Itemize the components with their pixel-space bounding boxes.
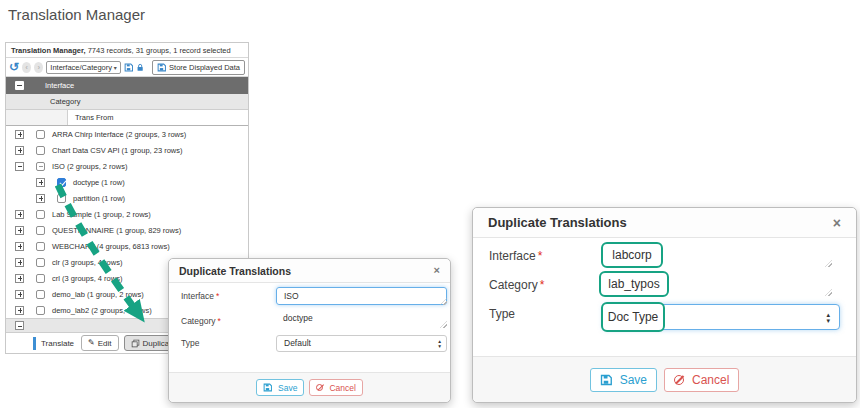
- row-checkbox[interactable]: [36, 306, 45, 315]
- type-select-value: Default: [284, 338, 311, 348]
- lock-icon[interactable]: [136, 62, 144, 73]
- row-checkbox[interactable]: [57, 194, 66, 203]
- collapse-icon[interactable]: [15, 321, 24, 330]
- category-field-highlight[interactable]: lab_typos: [599, 271, 669, 297]
- required-marker: *: [538, 249, 543, 263]
- close-icon[interactable]: ×: [833, 216, 841, 230]
- save-button[interactable]: Save: [590, 368, 657, 392]
- required-marker: *: [218, 316, 221, 326]
- type-select[interactable]: Default ▴▾: [276, 335, 447, 352]
- close-icon[interactable]: ×: [434, 265, 440, 276]
- tree-row-label[interactable]: QUESTIONNAIRE (1 group, 829 rows): [52, 226, 181, 235]
- tree-row: Chart Data CSV API (1 group, 23 rows): [6, 142, 248, 158]
- row-checkbox[interactable]: [36, 290, 45, 299]
- save-layout-icon[interactable]: [124, 62, 133, 73]
- interface-field-highlight[interactable]: labcorp: [601, 242, 663, 268]
- dialog-header: Duplicate Translations ×: [473, 208, 856, 238]
- tree-row-label[interactable]: Chart Data CSV API (1 group, 23 rows): [52, 146, 182, 155]
- edit-button-label: Edit: [98, 339, 112, 348]
- save-icon: [600, 374, 612, 386]
- row-checkbox[interactable]: [57, 178, 66, 187]
- interface-field[interactable]: ISO: [276, 287, 447, 305]
- column-header-interface: Interface: [6, 77, 248, 94]
- row-checkbox[interactable]: [36, 130, 45, 139]
- interface-field-value: labcorp: [612, 248, 651, 262]
- cancel-button[interactable]: Cancel: [664, 368, 739, 392]
- expand-icon[interactable]: [15, 146, 24, 155]
- tree-row-label[interactable]: demo_lab2 (2 groups, 4 rows): [52, 306, 152, 315]
- row-checkbox[interactable]: [36, 146, 45, 155]
- cancel-button[interactable]: Cancel: [309, 379, 362, 396]
- category-field[interactable]: doctype: [283, 313, 313, 323]
- selection-accent-bar: [33, 337, 36, 350]
- type-select-value: Doc Type: [608, 310, 658, 324]
- row-checkbox[interactable]: [36, 258, 45, 267]
- expand-icon[interactable]: [15, 258, 24, 267]
- column-header-stub: [6, 110, 68, 125]
- expand-icon[interactable]: [15, 130, 24, 139]
- save-button-label: Save: [620, 373, 647, 387]
- duplicate-translations-dialog-large: Duplicate Translations × Interface* labc…: [472, 207, 857, 403]
- save-icon: [263, 383, 272, 392]
- collapse-icon[interactable]: [15, 162, 24, 171]
- prev-page-button[interactable]: ‹: [22, 62, 31, 73]
- dialog-footer: Save Cancel: [473, 356, 856, 402]
- collapse-all-icon[interactable]: [15, 81, 24, 90]
- expand-icon[interactable]: [15, 274, 24, 283]
- copy-icon: [131, 339, 140, 348]
- expand-icon[interactable]: [36, 194, 45, 203]
- type-field-label: Type: [489, 307, 515, 321]
- page-title: Translation Manager: [8, 6, 145, 23]
- tree-row: WEBCHART (4 groups, 6813 rows): [6, 238, 248, 254]
- ban-icon: [674, 375, 684, 385]
- row-checkbox[interactable]: [36, 274, 45, 283]
- record-summary: Translation Manager, 7743 records, 31 gr…: [6, 43, 248, 58]
- tree-row-label[interactable]: doctype (1 row): [73, 178, 125, 187]
- expand-icon[interactable]: [15, 226, 24, 235]
- select-updown-icon: ▴▾: [826, 312, 830, 324]
- tree-row-label[interactable]: clr (3 groups, 4 rows): [52, 258, 122, 267]
- resize-grip-icon[interactable]: [825, 289, 832, 296]
- tree-row: QUESTIONNAIRE (1 group, 829 rows): [6, 222, 248, 238]
- expand-icon[interactable]: [15, 290, 24, 299]
- column-header-trans-from-label: Trans From: [68, 110, 113, 125]
- tree-row-label[interactable]: partition (1 row): [73, 194, 125, 203]
- tree-row-label[interactable]: Lab Sample (1 group, 2 rows): [52, 210, 151, 219]
- interface-field-label: Interface*: [489, 249, 542, 263]
- column-header-interface-label: Interface: [45, 81, 74, 90]
- row-checkbox[interactable]: [36, 210, 45, 219]
- tree-row-label[interactable]: ISO (2 groups, 2 rows): [52, 162, 127, 171]
- required-marker: *: [540, 278, 545, 292]
- column-header-trans-from: Trans From: [6, 110, 248, 126]
- select-updown-icon: ▴▾: [438, 339, 441, 348]
- expand-icon[interactable]: [15, 242, 24, 251]
- expand-icon[interactable]: [15, 210, 24, 219]
- expand-icon[interactable]: [36, 178, 45, 187]
- type-select-highlight[interactable]: Doc Type: [601, 302, 665, 332]
- next-page-button[interactable]: ›: [34, 62, 43, 73]
- column-header-category: Category: [6, 94, 248, 110]
- tree-row: ARRA Chirp Interface (2 groups, 3 rows): [6, 126, 248, 142]
- expand-icon[interactable]: [15, 306, 24, 315]
- record-summary-counts: 7743 records, 31 groups, 1 record select…: [86, 46, 231, 55]
- edit-button[interactable]: ✎ Edit: [81, 335, 119, 351]
- resize-grip-icon[interactable]: [440, 321, 447, 328]
- store-displayed-data-button[interactable]: Store Displayed Data: [152, 60, 245, 75]
- row-checkbox[interactable]: [36, 242, 45, 251]
- tree-row-label[interactable]: demo_lab (1 group, 2 rows): [52, 290, 144, 299]
- tree-row: ISO (2 groups, 2 rows): [6, 158, 248, 174]
- store-displayed-data-label: Store Displayed Data: [169, 63, 240, 72]
- row-checkbox[interactable]: [36, 226, 45, 235]
- resize-grip-icon[interactable]: [825, 260, 832, 267]
- tree-row-label[interactable]: crl (3 groups, 4 rows): [52, 274, 122, 283]
- refresh-icon[interactable]: ↺: [9, 61, 19, 73]
- tree-row: Lab Sample (1 group, 2 rows): [6, 206, 248, 222]
- interface-field-label: Interface*: [181, 291, 219, 301]
- dialog-title: Duplicate Translations: [488, 215, 627, 230]
- save-button[interactable]: Save: [256, 379, 304, 396]
- tree-row-label[interactable]: ARRA Chirp Interface (2 groups, 3 rows): [52, 130, 186, 139]
- record-summary-title: Translation Manager,: [11, 46, 86, 55]
- tree-row-label[interactable]: WEBCHART (4 groups, 6813 rows): [52, 242, 170, 251]
- view-mode-select[interactable]: Interface/Category ▾: [46, 61, 120, 74]
- row-checkbox[interactable]: [36, 162, 45, 171]
